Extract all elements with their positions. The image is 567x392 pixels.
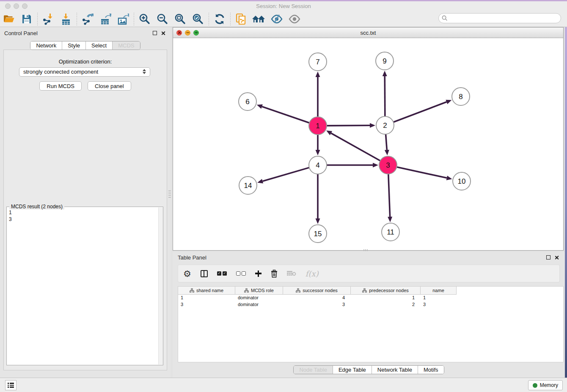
mcds-tab-content: Optimization criterion: strongly connect… [3,50,167,370]
apply-layout-icon[interactable] [212,12,228,26]
panel-splitter-handle[interactable] [168,190,171,198]
clone-network-icon[interactable] [233,12,249,26]
export-table-icon[interactable] [97,12,113,26]
graph-node-15[interactable]: 15 [309,225,327,243]
toolbar-separator [77,13,77,25]
graph-node-10[interactable]: 10 [453,172,471,190]
table-panel: Table Panel ⚙ ✓✓ [173,252,565,378]
network-close-button[interactable] [176,30,182,36]
close-table-panel-icon[interactable] [554,255,559,260]
close-panel-icon[interactable] [161,31,165,36]
cell-shared-name[interactable]: 3 [178,301,235,308]
zoom-out-icon[interactable] [154,12,171,26]
show-networks-list-button[interactable] [5,380,17,390]
graph-edge-1-4[interactable] [316,135,320,155]
graph-edge-2-3[interactable] [385,134,389,155]
column-header-mcds-role[interactable]: MCDS role [235,287,283,294]
column-header-shared-name[interactable]: shared name [178,287,235,294]
show-hidden-eye-icon[interactable] [286,12,303,26]
zoom-in-icon[interactable] [137,12,153,26]
tab-network-table[interactable]: Network Table [372,366,418,374]
tab-motifs[interactable]: Motifs [418,366,444,374]
select-all-icon[interactable]: ✓✓ [217,267,227,280]
table-row[interactable]: 3 dominator 3 2 3 [178,301,563,308]
delete-columns-trash-icon[interactable] [271,267,278,280]
deselect-all-icon[interactable] [236,267,246,280]
memory-button[interactable]: Memory [528,380,563,390]
show-hide-columns-icon[interactable] [201,267,208,280]
float-table-panel-icon[interactable] [546,255,550,259]
svg-text:11: 11 [387,228,394,236]
graph-node-11[interactable]: 11 [382,223,399,241]
create-column-plus-icon[interactable] [255,267,261,280]
search-input[interactable] [449,14,561,22]
close-panel-button[interactable]: Close panel [88,81,131,91]
graph-node-14[interactable]: 14 [239,177,257,194]
tab-network[interactable]: Network [30,41,62,50]
export-image-icon[interactable] [115,12,131,26]
graph-edge-4-14[interactable] [257,168,309,183]
mcds-result-text[interactable]: 1 3 [7,208,158,365]
zoom-fit-icon[interactable] [172,12,188,26]
tab-edge-table[interactable]: Edge Table [333,366,372,374]
home-destroy-network-icon[interactable] [251,12,267,26]
cell-predecessor-nodes[interactable]: 1 [351,295,421,301]
graph-node-1[interactable]: 1 [309,117,327,135]
cell-mcds-role[interactable]: dominator [235,301,283,308]
cell-predecessor-nodes[interactable]: 2 [351,301,421,308]
graph-node-3[interactable]: 3 [379,156,397,174]
graph-node-4[interactable]: 4 [309,156,327,174]
import-network-icon[interactable] [40,12,56,26]
optimization-criterion-select[interactable]: strongly connected component [19,67,150,77]
zoom-selected-icon[interactable] [190,12,206,26]
search-box[interactable] [438,13,561,23]
table-mode-gear-icon[interactable]: ⚙ [183,267,191,280]
run-mcds-button[interactable]: Run MCDS [39,81,82,91]
open-session-icon[interactable] [1,12,17,26]
mcds-result-scrollbar[interactable] [158,207,163,364]
graph-node-6[interactable]: 6 [239,93,256,110]
cell-name[interactable]: 3 [421,301,456,308]
graph-edge-1-6[interactable] [257,104,309,123]
graph-edge-3-1[interactable] [326,130,380,160]
network-window-titlebar[interactable]: scc.txt [173,28,563,38]
save-session-icon[interactable] [19,12,35,26]
graph-edge-3-10[interactable] [397,167,452,180]
export-network-icon[interactable] [80,12,96,26]
tab-mcds[interactable]: MCDS [112,41,140,50]
cell-mcds-role[interactable]: dominator [235,295,283,301]
column-header-successor-nodes[interactable]: successor nodes [283,287,351,294]
tab-style[interactable]: Style [62,41,85,50]
graph-edge-2-9[interactable] [383,71,387,116]
graph-node-9[interactable]: 9 [376,52,394,70]
cell-name[interactable]: 1 [421,295,456,301]
network-resize-handle[interactable] [363,249,369,251]
graph-node-8[interactable]: 8 [452,88,470,105]
network-canvas[interactable]: 1234678910111415 [173,38,563,250]
column-header-predecessor-nodes[interactable]: predecessor nodes [351,287,421,294]
cell-shared-name[interactable]: 1 [178,295,235,301]
network-maximize-button[interactable] [193,30,199,36]
toolbar-separator [209,13,209,25]
node-table-header: shared name MCDS role successor nodes pr… [178,287,457,295]
float-panel-icon[interactable] [153,31,157,35]
import-table-icon[interactable] [58,12,74,26]
graph-edge-1-7[interactable] [316,72,320,117]
graph-edge-2-8[interactable] [394,100,452,122]
graph-node-7[interactable]: 7 [309,53,327,71]
tab-select[interactable]: Select [85,41,112,50]
hide-selected-eye-icon[interactable] [269,12,285,26]
table-row[interactable]: 1 dominator 4 1 1 [178,295,563,301]
network-minimize-button[interactable] [185,30,190,36]
graph-edge-3-11[interactable] [388,174,392,222]
graph-node-2[interactable]: 2 [376,116,394,134]
column-header-name[interactable]: name [421,287,456,294]
cell-successor-nodes[interactable]: 3 [283,301,351,308]
graph-edge-4-15[interactable] [316,174,320,224]
graph-edge-1-2[interactable] [327,123,375,128]
cell-successor-nodes[interactable]: 4 [283,295,351,301]
graph-edge-4-3[interactable] [327,163,378,168]
network-graph[interactable]: 1234678910111415 [173,38,563,250]
tab-node-table[interactable]: Node Table [294,366,333,374]
svg-text:3: 3 [386,161,390,169]
